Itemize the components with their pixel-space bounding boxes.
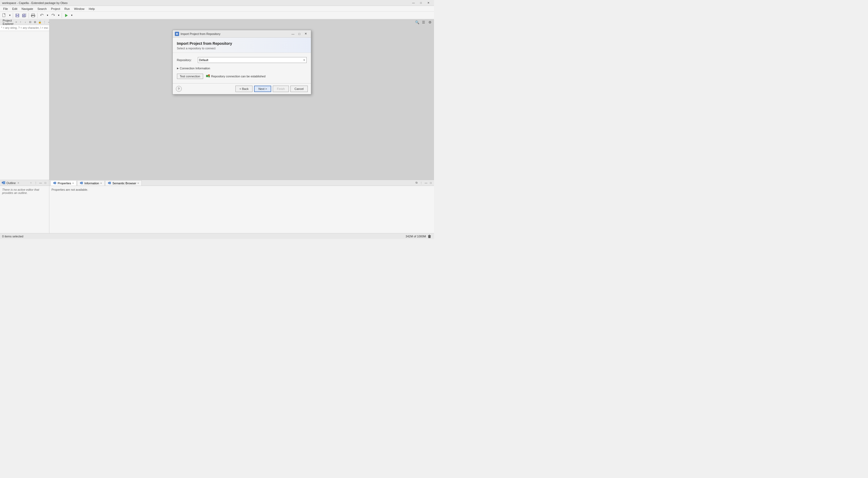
test-connection-button[interactable]: Test connection (177, 74, 203, 79)
modal-body: Repository: Default ▼ ▶ Connection Infor… (173, 53, 311, 83)
modal-close-btn[interactable]: ✕ (303, 31, 309, 37)
print-btn[interactable] (30, 12, 36, 19)
repository-dropdown-arrow: ▼ (303, 59, 305, 61)
status-icon (206, 74, 210, 78)
outline-badge: ✕ (17, 182, 20, 184)
status-text: Repository connection can be established (211, 75, 266, 78)
save-all-btn[interactable] (21, 12, 28, 19)
menu-file[interactable]: File (1, 6, 10, 12)
status-right: 342M of 1000M 🗑 (406, 234, 432, 238)
outline-sync-btn[interactable]: ↑ (29, 181, 33, 185)
modal-minimize-btn[interactable]: — (290, 31, 296, 37)
save-btn[interactable] (14, 12, 21, 19)
repository-select[interactable]: Default ▼ (198, 57, 307, 63)
test-connection-row: Test connection Repository connecti (177, 74, 307, 79)
bottom-tabs-header: Properties ✕ Information ✕ (50, 180, 434, 186)
information-tab-icon (80, 181, 83, 185)
toolbar-sep-4 (62, 13, 62, 18)
bottom-panel-minimize-btn[interactable]: — (424, 181, 428, 185)
outline-minimize-btn[interactable]: — (38, 181, 43, 185)
content-area: 🔍 ☰ ⚙ ⊞ Import Project from Repository —… (50, 19, 434, 180)
status-message: Repository connection can be established (206, 74, 266, 78)
run-dropdown-arrow[interactable]: ▼ (70, 12, 74, 19)
undo-dropdown-arrow[interactable]: ▼ (45, 12, 50, 19)
project-explorer-header: Project Explorer ✕ ↑ ↓ ⊟ ⊞ 🔒 ⋮ — □ (0, 19, 49, 25)
project-explorer-panel: Project Explorer ✕ ↑ ↓ ⊟ ⊞ 🔒 ⋮ — □ (0, 19, 50, 180)
modal-header: Import Project from Repository Select a … (173, 38, 311, 53)
outline-header: Outline ✕ ↑ ⋮ — □ (0, 180, 49, 186)
outline-menu-btn[interactable]: ⋮ (34, 181, 38, 185)
maximize-button[interactable]: □ (417, 1, 424, 5)
modal-subheading: Select a repository to connect (177, 47, 307, 50)
properties-tab-close: ✕ (72, 182, 74, 185)
menu-window[interactable]: Window (72, 6, 87, 12)
next-button[interactable]: Next > (254, 86, 271, 92)
expand-arrow-icon: ▶ (177, 67, 179, 70)
new-dropdown[interactable]: ▼ (8, 12, 12, 19)
bottom-panel-maximize-btn[interactable]: □ (429, 181, 433, 185)
modal-overlay: ⊞ Import Project from Repository — □ ✕ I… (50, 19, 434, 180)
finish-button[interactable]: Finish (273, 86, 289, 92)
svg-rect-29 (109, 182, 111, 184)
svg-point-13 (34, 15, 34, 16)
minimize-button[interactable]: — (410, 1, 417, 5)
svg-rect-27 (81, 182, 83, 184)
bottom-panel-menu-btn[interactable]: ⋮ (419, 181, 423, 185)
explorer-link-btn[interactable]: ⊞ (33, 20, 37, 24)
connection-info-section: ▶ Connection Information (177, 66, 307, 70)
back-button[interactable]: < Back (236, 86, 252, 92)
svg-rect-21 (209, 76, 210, 77)
undo-dropdown[interactable]: ▼ (45, 12, 50, 19)
bottom-area: Outline ✕ ↑ ⋮ — □ There is no active edi… (0, 180, 434, 233)
outline-panel: Outline ✕ ↑ ⋮ — □ There is no active edi… (0, 180, 50, 233)
tab-semantic-browser[interactable]: Semantic Browser ✕ (105, 180, 142, 186)
status-bar: 0 items selected 342M of 1000M 🗑 (0, 233, 434, 239)
title-bar-controls: — □ ✕ (410, 1, 432, 5)
menu-navigate[interactable]: Navigate (20, 6, 35, 12)
explorer-sync-down-btn[interactable]: ↓ (23, 20, 28, 24)
project-explorer-content (0, 31, 49, 180)
menu-project[interactable]: Project (49, 6, 62, 12)
close-button[interactable]: ✕ (425, 1, 432, 5)
run-btn[interactable] (63, 12, 69, 19)
main-toolbar: ▼ ▼ ▼ ▼ (0, 12, 434, 19)
redo-dropdown[interactable]: ▼ (57, 12, 61, 19)
run-dropdown[interactable]: ▼ (70, 12, 74, 19)
search-input[interactable] (1, 26, 48, 29)
redo-dropdown-arrow[interactable]: ▼ (57, 12, 61, 19)
new-btn[interactable] (1, 12, 7, 19)
outline-maximize-btn[interactable]: □ (43, 181, 48, 185)
repository-label: Repository: (177, 58, 196, 62)
modal-heading: Import Project from Repository (177, 41, 307, 45)
explorer-lock-btn[interactable]: 🔒 (38, 20, 42, 24)
menu-run[interactable]: Run (62, 6, 72, 12)
menu-help[interactable]: Help (87, 6, 97, 12)
toolbar-sep-1 (13, 13, 13, 18)
trash-icon-btn[interactable]: 🗑 (427, 234, 432, 238)
tab-information[interactable]: Information ✕ (77, 180, 105, 186)
tab-semantic-browser-label: Semantic Browser (112, 182, 136, 185)
import-project-modal: ⊞ Import Project from Repository — □ ✕ I… (173, 30, 311, 94)
modal-maximize-btn[interactable]: □ (297, 31, 302, 37)
modal-footer: ? < Back Next > Finish Cancel (173, 83, 311, 94)
toolbar-sep-3 (37, 13, 38, 18)
project-explorer-search-bar (0, 25, 49, 31)
explorer-sync-btn[interactable]: ↑ (19, 20, 23, 24)
tab-properties[interactable]: Properties ✕ (51, 180, 76, 186)
new-dropdown-arrow[interactable]: ▼ (8, 12, 12, 19)
menu-search[interactable]: Search (35, 6, 49, 12)
undo-btn[interactable] (39, 12, 45, 19)
explorer-menu-btn[interactable]: ⋮ (42, 20, 47, 24)
bottom-panel-open-btn[interactable]: ⧉ (414, 181, 418, 185)
bottom-right-panel: Properties ✕ Information ✕ (50, 180, 434, 233)
items-selected: 0 items selected (2, 235, 23, 238)
help-button[interactable]: ? (176, 86, 182, 92)
menu-edit[interactable]: Edit (10, 6, 20, 12)
tab-properties-label: Properties (58, 182, 71, 185)
connection-info-header[interactable]: ▶ Connection Information (177, 66, 307, 70)
bottom-panel-right-controls: ⧉ ⋮ — □ (414, 181, 433, 185)
redo-btn[interactable] (50, 12, 56, 19)
memory-usage: 342M of 1000M (406, 235, 426, 238)
cancel-button[interactable]: Cancel (290, 86, 308, 92)
explorer-collapse-btn[interactable]: ⊟ (28, 20, 32, 24)
